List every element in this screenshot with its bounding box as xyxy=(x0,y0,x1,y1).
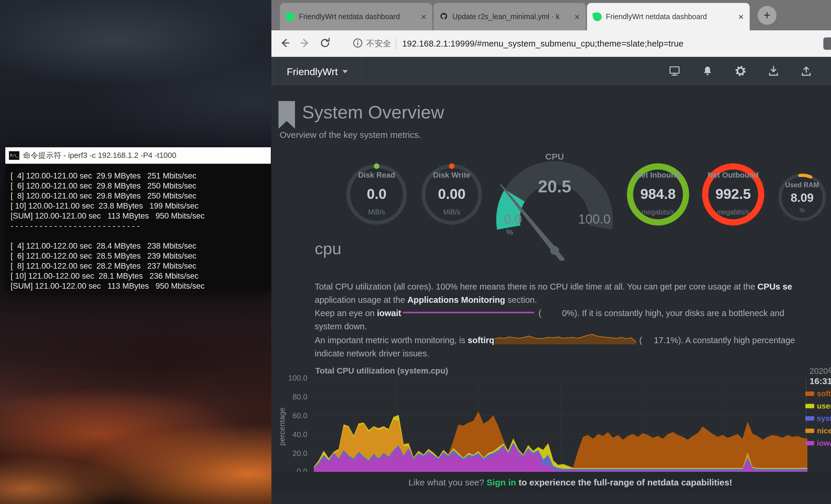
text: ( xyxy=(637,335,642,345)
reload-button[interactable] xyxy=(319,36,332,51)
softirq-sparkline xyxy=(495,333,636,346)
gauge-label: Disk Write xyxy=(418,171,486,180)
close-icon[interactable]: × xyxy=(738,12,744,22)
emphasis-text: softirq xyxy=(468,335,494,345)
terminal-line: [ 8] 121.00-122.00 sec 28.2 MBytes 237 M… xyxy=(10,261,265,271)
y-axis-tick: 20.0 xyxy=(283,449,307,458)
tab-divider xyxy=(433,10,433,22)
gauge-disk_read[interactable]: Disk Read0.0MiB/s xyxy=(343,160,410,231)
address-bar[interactable]: 192.168.2.1:19999/#menu_system_submenu_c… xyxy=(402,39,683,49)
print-dashboard-button[interactable] xyxy=(658,57,691,86)
browser-tab[interactable]: FriendlyWrt netdata dashboard× xyxy=(280,3,432,30)
terminal-line: [ 6] 120.00-121.00 sec 29.8 MBytes 250 M… xyxy=(10,181,265,191)
footer-text: Like what you see? xyxy=(408,477,487,487)
alarms-button[interactable] xyxy=(691,57,724,86)
text: Total CPU utilization (all cores). 100% … xyxy=(315,282,757,291)
cpu-description-line: Keep an eye on iowait (0%). If it is con… xyxy=(315,307,795,320)
terminal-line: [ 6] 121.00-122.00 sec 28.5 MBytes 239 M… xyxy=(10,251,265,261)
new-tab-button[interactable]: + xyxy=(757,6,776,25)
profile-avatar[interactable] xyxy=(823,37,831,50)
text: Keep an eye on xyxy=(315,308,377,318)
legend-item-softirq[interactable]: softirq xyxy=(805,389,831,398)
terminal-line: [SUM] 120.00-121.00 sec 113 MBytes 950 M… xyxy=(10,211,265,221)
legend-item-nice[interactable]: nice xyxy=(805,426,831,435)
gauge-used_ram[interactable]: Used RAM8.09% xyxy=(774,169,830,228)
settings-button[interactable] xyxy=(724,57,757,86)
gauge-disk_write[interactable]: Disk Write0.00MiB/s xyxy=(418,160,486,231)
gauge-value: 0.00 xyxy=(418,186,486,202)
gauge-min: 0.0 xyxy=(504,212,522,227)
legend-item-iowait[interactable]: iowait xyxy=(805,439,831,447)
gauge-label: Disk Read xyxy=(343,171,410,180)
gauge-label: Used RAM xyxy=(774,181,830,189)
gauge-units: MiB/s xyxy=(343,208,410,216)
export-settings-button[interactable] xyxy=(790,57,823,86)
netdata-navbar: FriendlyWrt xyxy=(271,57,831,86)
gauge-value: 20.5 xyxy=(496,176,613,196)
legend-label: iowait xyxy=(817,439,831,448)
legend-swatch xyxy=(805,441,814,445)
chart-date: 2020年3 xyxy=(809,365,831,377)
text: 0%). If it is constantly high, your disk… xyxy=(562,308,784,318)
upload-icon xyxy=(800,64,813,79)
text: An important metric worth monitoring, is xyxy=(315,335,468,345)
gauge-units: megabits/s xyxy=(699,208,767,216)
legend-item-system[interactable]: system xyxy=(805,414,831,423)
gauge-cpu[interactable]: CPU20.50.0%100.0 xyxy=(496,152,613,261)
gauge-value: 992.5 xyxy=(699,186,767,202)
terminal-line xyxy=(10,231,265,241)
security-chip[interactable]: 不安全 xyxy=(366,38,391,49)
legend-label: user xyxy=(817,402,831,411)
close-icon[interactable]: × xyxy=(574,12,580,22)
legend-swatch xyxy=(805,416,814,421)
cpu-description-line: system down. xyxy=(315,320,795,333)
y-axis-tick: 100.0 xyxy=(283,374,307,383)
inline-link[interactable]: Applications Monitoring xyxy=(407,295,505,304)
back-button[interactable] xyxy=(279,36,291,51)
iowait-sparkline xyxy=(402,311,535,314)
cpu-description-line: Total CPU utilization (all cores). 100% … xyxy=(315,280,795,293)
navbar-divider xyxy=(366,57,367,86)
gauge-units: megabits/s xyxy=(624,208,692,216)
bookmark-icon xyxy=(279,101,295,129)
terminal-window[interactable]: C:\_ 命令提示符 - iperf3 -c 192.168.1.2 -P4 -… xyxy=(5,147,271,291)
terminal-titlebar[interactable]: C:\_ 命令提示符 - iperf3 -c 192.168.1.2 -P4 -… xyxy=(5,147,271,164)
sign-in-link[interactable]: Sign in xyxy=(487,477,516,487)
netdata-footer: Like what you see? Sign in to experience… xyxy=(271,472,831,493)
chart-y-axis-label: percentage xyxy=(278,407,287,446)
terminal-line: [ 4] 120.00-121.00 sec 29.9 MBytes 251 M… xyxy=(10,171,265,181)
netdata-page: FriendlyWrt System Overview Overview of … xyxy=(271,57,831,504)
browser-toolbar: 不安全 192.168.2.1:19999/#menu_system_subme… xyxy=(271,30,831,57)
cpu-description-line: application usage at the Applications Mo… xyxy=(315,293,795,307)
gauge-value: 984.8 xyxy=(624,186,692,202)
browser-tab[interactable]: Update r2s_lean_minimal.yml · k× xyxy=(433,3,586,30)
gauge-units: % xyxy=(774,207,830,214)
legend-label: system xyxy=(817,414,831,423)
tab-title: FriendlyWrt netdata dashboard xyxy=(299,12,417,21)
terminal-output[interactable]: [ 4] 120.00-121.00 sec 29.9 MBytes 251 M… xyxy=(5,164,271,291)
cpu-utilization-chart[interactable] xyxy=(314,378,807,474)
close-icon[interactable]: × xyxy=(421,12,426,22)
inline-link[interactable]: CPUs se xyxy=(757,282,792,291)
tab-title: FriendlyWrt netdata dashboard xyxy=(606,12,734,21)
text: section. xyxy=(505,295,537,304)
gauge-net_inbound[interactable]: Net Inbound984.8megabits/s xyxy=(624,160,692,231)
legend-item-user[interactable]: user xyxy=(805,402,831,410)
gauge-label: Net Inbound xyxy=(624,171,692,180)
y-axis-tick: 40.0 xyxy=(283,430,307,439)
bell-icon xyxy=(701,65,714,78)
import-settings-button[interactable] xyxy=(757,57,790,86)
text: ( xyxy=(536,308,541,318)
chart-time: 16:31:2 xyxy=(809,376,831,386)
gauge-value: 0.0 xyxy=(343,186,410,202)
gauge-net_outbound[interactable]: Net Outbound992.5megabits/s xyxy=(699,160,767,231)
forward-button[interactable] xyxy=(298,36,312,51)
terminal-line: - - - - - - - - - - - - - - - - - - - - … xyxy=(10,221,265,231)
gauge-units: % xyxy=(506,228,513,237)
site-info-icon[interactable] xyxy=(352,37,363,50)
monitor-icon xyxy=(668,64,681,79)
browser-tab[interactable]: FriendlyWrt netdata dashboard× xyxy=(587,3,750,30)
host-dropdown[interactable]: FriendlyWrt xyxy=(287,57,348,86)
navbar-divider xyxy=(278,57,278,86)
text: system down. xyxy=(315,322,367,331)
